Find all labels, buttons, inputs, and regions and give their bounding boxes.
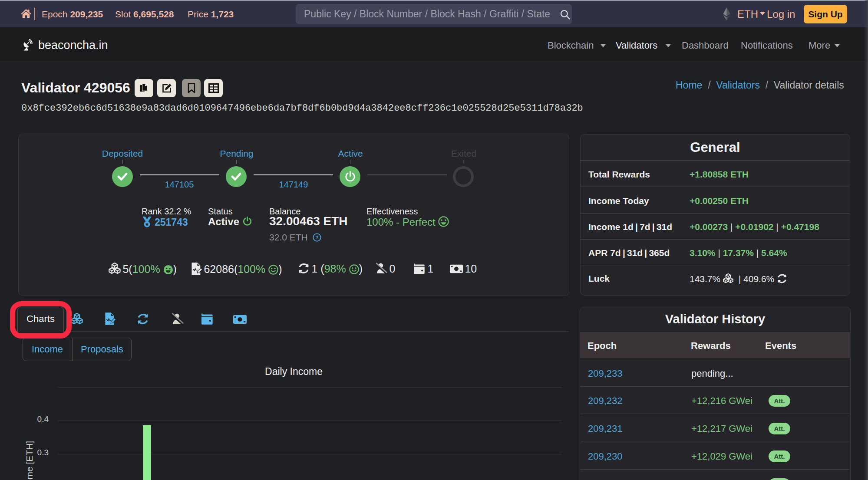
svg-text:?: ? bbox=[316, 235, 319, 240]
